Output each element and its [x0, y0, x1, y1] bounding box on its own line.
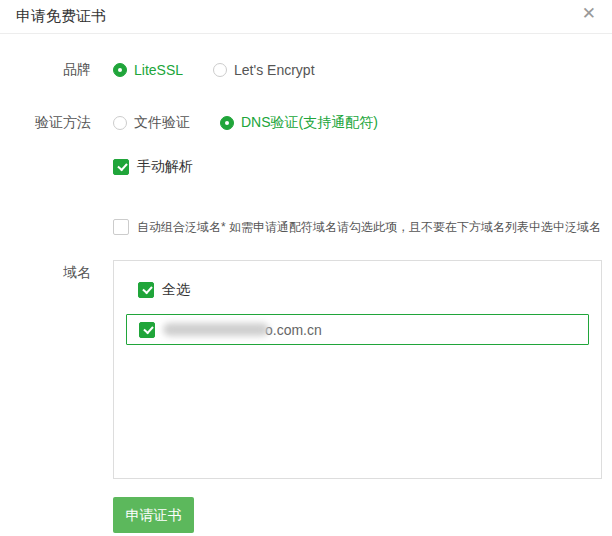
- verify-method-row: 验证方法 文件验证 DNS验证(支持通配符): [35, 114, 612, 132]
- select-all-checkbox[interactable]: [138, 282, 154, 298]
- close-icon[interactable]: ✕: [582, 5, 596, 22]
- radio-selected-icon: [220, 116, 234, 130]
- dialog-title: 申请免费证书: [16, 7, 106, 26]
- apply-cert-button[interactable]: 申请证书: [113, 497, 194, 533]
- radio-unselected-icon: [113, 116, 127, 130]
- select-all-label[interactable]: 全选: [162, 281, 190, 299]
- radio-unselected-icon: [213, 63, 227, 77]
- domain-list-item[interactable]: o.com.cn: [126, 314, 589, 345]
- radio-file-verify[interactable]: 文件验证: [113, 114, 190, 132]
- manual-resolve-row: 手动解析: [35, 158, 612, 176]
- domain-list-box: 全选 o.com.cn: [113, 260, 602, 479]
- auto-wildcard-checkbox[interactable]: [113, 219, 129, 235]
- verify-method-label: 验证方法: [35, 114, 91, 132]
- domain-suffix: o.com.cn: [265, 322, 322, 338]
- masked-domain-blur: [163, 323, 269, 336]
- radio-lets-encrypt[interactable]: Let's Encrypt: [213, 62, 315, 78]
- radio-litessl-label: LiteSSL: [134, 62, 183, 78]
- radio-dns-verify[interactable]: DNS验证(支持通配符): [220, 114, 378, 132]
- manual-resolve-checkbox[interactable]: [113, 159, 129, 175]
- brand-label: 品牌: [35, 61, 91, 79]
- verify-method-options: 文件验证 DNS验证(支持通配符): [113, 114, 378, 132]
- dialog-body: 品牌 LiteSSL Let's Encrypt 验证方法 文件验证: [0, 61, 612, 533]
- auto-wildcard-label[interactable]: 自动组合泛域名* 如需申请通配符域名请勾选此项，且不要在下方域名列表中选中泛域名: [137, 219, 601, 236]
- dialog-header: 申请免费证书 ✕: [0, 0, 612, 34]
- radio-litessl[interactable]: LiteSSL: [113, 62, 183, 78]
- brand-row: 品牌 LiteSSL Let's Encrypt: [35, 61, 612, 79]
- radio-file-verify-label: 文件验证: [134, 114, 190, 132]
- submit-row: 申请证书: [35, 497, 612, 533]
- auto-wildcard-row: 自动组合泛域名* 如需申请通配符域名请勾选此项，且不要在下方域名列表中选中泛域名: [35, 219, 612, 235]
- domain-name: o.com.cn: [163, 322, 322, 338]
- radio-lets-encrypt-label: Let's Encrypt: [234, 62, 315, 78]
- domain-label: 域名: [35, 260, 91, 282]
- radio-dns-verify-label: DNS验证(支持通配符): [241, 114, 378, 132]
- domain-checkbox[interactable]: [139, 322, 155, 338]
- brand-options: LiteSSL Let's Encrypt: [113, 62, 315, 78]
- select-all-row: 全选: [126, 281, 589, 299]
- domain-row: 域名 全选 o.com.cn: [35, 260, 612, 479]
- apply-free-cert-dialog: 申请免费证书 ✕ 品牌 LiteSSL Let's Encrypt 验证方法: [0, 0, 612, 536]
- radio-selected-icon: [113, 63, 127, 77]
- manual-resolve-label[interactable]: 手动解析: [137, 158, 193, 176]
